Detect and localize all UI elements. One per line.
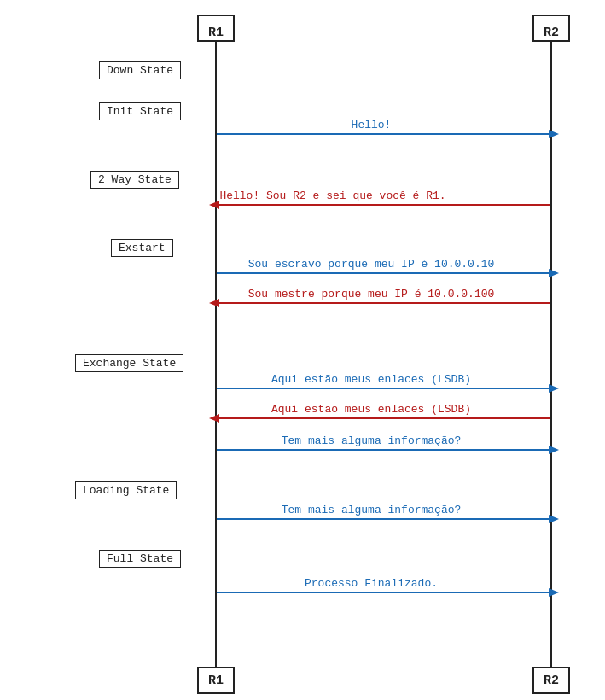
exchange-state-label: Exchange State xyxy=(75,354,183,372)
hello2-label: Hello! Sou R2 e sei que você é R1. xyxy=(219,190,445,202)
r1-top-label: R1 xyxy=(208,26,224,40)
svg-rect-2 xyxy=(198,15,234,41)
svg-marker-13 xyxy=(209,299,219,307)
svg-marker-7 xyxy=(549,130,559,138)
svg-marker-15 xyxy=(549,384,559,393)
master-label: Sou mestre porque meu IP é 10.0.0.100 xyxy=(248,288,495,300)
svg-marker-23 xyxy=(549,588,559,597)
lsdb2-label: Aqui estão meus enlaces (LSDB) xyxy=(271,403,471,416)
svg-marker-17 xyxy=(209,414,219,423)
svg-marker-21 xyxy=(549,515,559,523)
more1-label: Tem mais alguma informação? xyxy=(282,435,462,447)
arrows-svg: R1 R2 R1 R2 Hello! Hello! Sou R2 e sei q… xyxy=(0,0,605,700)
r2-top-label: R2 xyxy=(544,26,559,40)
svg-marker-19 xyxy=(549,446,559,454)
lsdb1-label: Aqui estão meus enlaces (LSDB) xyxy=(271,373,471,386)
sequence-diagram: R1 R2 R1 R2 Hello! Hello! Sou R2 e sei q… xyxy=(0,0,605,700)
full-state-label: Full State xyxy=(99,550,181,568)
svg-rect-3 xyxy=(533,15,569,41)
r1-bot-label: R1 xyxy=(208,674,224,688)
exstart-state-label: Exstart xyxy=(111,239,173,257)
svg-rect-4 xyxy=(198,668,234,693)
loading-state-label: Loading State xyxy=(75,481,177,499)
down-state-label: Down State xyxy=(99,61,181,79)
slave-label: Sou escravo porque meu IP é 10.0.0.10 xyxy=(248,258,495,271)
init-state-label: Init State xyxy=(99,102,181,120)
svg-marker-9 xyxy=(209,201,219,209)
more2-label: Tem mais alguma informação? xyxy=(282,504,462,516)
r2-bot-label: R2 xyxy=(544,674,559,688)
svg-rect-5 xyxy=(533,668,569,693)
svg-marker-11 xyxy=(549,269,559,277)
done-label: Processo Finalizado. xyxy=(305,577,438,590)
hello1-label: Hello! xyxy=(352,119,392,131)
way2-state-label: 2 Way State xyxy=(90,171,179,189)
